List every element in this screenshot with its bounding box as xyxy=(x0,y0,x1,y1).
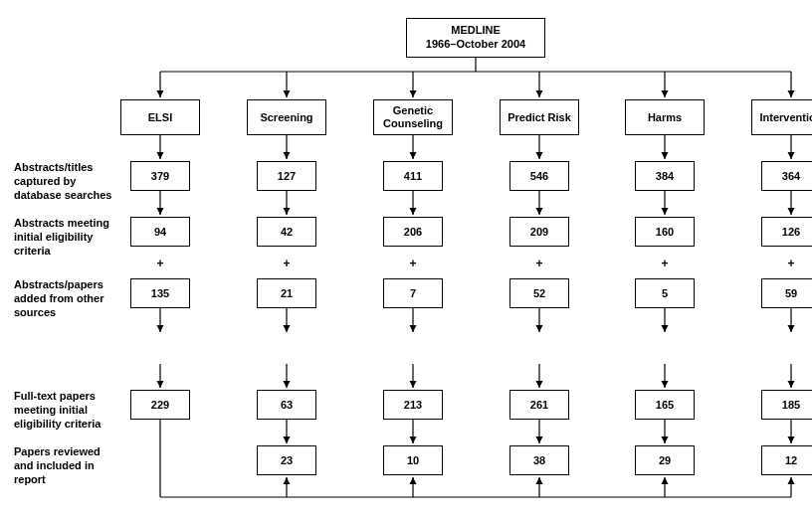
value-box: 135 xyxy=(130,278,190,308)
plus-icon: + xyxy=(785,257,797,270)
plus-icon: + xyxy=(533,257,545,270)
category-box: Intervention xyxy=(751,99,812,135)
value-box: 5 xyxy=(635,278,695,308)
value-box: 206 xyxy=(383,217,443,247)
category-box: Screening xyxy=(247,99,326,135)
value-box: 52 xyxy=(509,278,569,308)
plus-icon: + xyxy=(659,257,671,270)
source-line2: 1966–October 2004 xyxy=(426,38,525,52)
plus-icon: + xyxy=(281,257,293,270)
source-line1: MEDLINE xyxy=(451,24,501,38)
value-box: 29 xyxy=(635,445,695,475)
value-box: 42 xyxy=(257,217,316,247)
value-box: 23 xyxy=(257,445,316,475)
category-box: ELSI xyxy=(120,99,200,135)
value-box: 379 xyxy=(130,161,190,191)
value-box: 229 xyxy=(130,390,190,420)
value-box: 546 xyxy=(509,161,569,191)
value-box: 94 xyxy=(130,217,190,247)
value-box: 12 xyxy=(761,445,812,475)
value-box: 165 xyxy=(635,390,695,420)
value-box: 127 xyxy=(257,161,316,191)
row-label-4: Full-text papers meeting initial eligibi… xyxy=(14,390,113,431)
plus-icon: + xyxy=(154,257,166,270)
row-label-1: Abstracts/titles captured by database se… xyxy=(14,161,113,202)
category-box: Predict Risk xyxy=(500,99,579,135)
plus-icon: + xyxy=(407,257,419,270)
source-box: MEDLINE 1966–October 2004 xyxy=(406,18,545,58)
value-box: 384 xyxy=(635,161,695,191)
category-box: Genetic Counseling xyxy=(373,99,453,135)
value-box: 126 xyxy=(761,217,812,247)
value-box: 59 xyxy=(761,278,812,308)
value-box: 209 xyxy=(509,217,569,247)
value-box: 38 xyxy=(509,445,569,475)
value-box: 213 xyxy=(383,390,443,420)
value-box: 364 xyxy=(761,161,812,191)
value-box: 185 xyxy=(761,390,812,420)
value-box: 21 xyxy=(257,278,316,308)
row-label-3: Abstracts/papers added from other source… xyxy=(14,278,113,319)
row-label-2: Abstracts meeting initial eligibility cr… xyxy=(14,217,113,258)
value-box: 10 xyxy=(383,445,443,475)
value-box: 261 xyxy=(509,390,569,420)
value-box: 160 xyxy=(635,217,695,247)
row-label-5: Papers reviewed and included in report xyxy=(14,445,113,486)
category-box: Harms xyxy=(625,99,705,135)
value-box: 7 xyxy=(383,278,443,308)
value-box: 411 xyxy=(383,161,443,191)
value-box: 63 xyxy=(257,390,316,420)
